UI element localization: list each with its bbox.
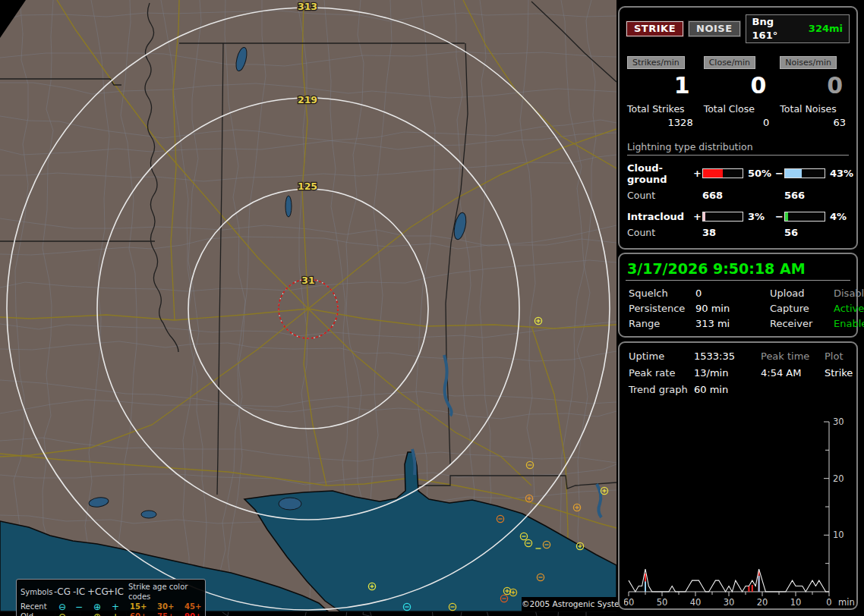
capture-label: Capture	[770, 303, 834, 314]
ic-count-label: Count	[627, 227, 692, 238]
capture-status: Active	[834, 303, 864, 314]
total-strikes-label: Total Strikes	[627, 103, 696, 115]
strikes-per-min-value: 1	[674, 74, 690, 98]
datetime-display: 3/17/2026 9:50:18 AM	[620, 254, 856, 280]
distribution-title: Lightning type distribution	[627, 141, 849, 156]
noises-per-min-chip: Noises/min	[780, 56, 837, 69]
trend-graph-label: Trend graph	[629, 384, 694, 395]
close-counter: Close/min 0 Total Close 0	[704, 56, 773, 128]
legend-row-old: Old	[20, 611, 54, 616]
cg-neg-percent: 43%	[826, 168, 853, 179]
svg-text:10: 10	[790, 597, 802, 608]
svg-text:50: 50	[657, 597, 668, 608]
legend-col-neg-cg: -CG	[54, 587, 71, 596]
trend-window-value: 60 min	[694, 384, 761, 395]
old-ic-pos-icon: +	[107, 612, 124, 616]
plus-sign: +	[692, 168, 702, 179]
age-15: 15+	[128, 602, 156, 611]
legend-col-neg-ic: -IC	[71, 587, 87, 596]
cg-neg-count: 566	[784, 190, 826, 201]
age-60: 60+	[128, 611, 156, 616]
strike-toggle-button[interactable]: STRIKE	[626, 21, 683, 36]
peak-rate-value: 13/min	[694, 367, 761, 379]
close-per-min-chip: Close/min	[704, 56, 755, 69]
recent-cg-pos-icon: ⊕	[87, 602, 107, 611]
noises-counter: Noises/min 0 Total Noises 63	[780, 56, 849, 128]
ic-pos-percent: 3%	[744, 211, 774, 222]
old-ic-neg-icon: −	[71, 612, 87, 616]
lightning-distribution: Lightning type distribution Cloud-ground…	[627, 141, 849, 238]
receiver-status: Enabled	[834, 318, 864, 329]
map-canvas[interactable]: 31321912531	[0, 0, 616, 616]
system-status-panel: 3/17/2026 9:50:18 AM Squelch 0 Upload Di…	[618, 253, 858, 338]
svg-text:min: min	[838, 597, 855, 608]
squelch-value: 0	[695, 288, 770, 299]
symbol-legend: Symbols -CG -IC +CG +IC Strike age color…	[16, 579, 206, 616]
old-cg-pos-icon: ⊕	[87, 612, 107, 616]
age-90: 90+	[183, 611, 210, 616]
svg-text:20: 20	[833, 473, 844, 484]
trend-line	[629, 569, 829, 592]
bearing-value: Bng 161°	[752, 15, 803, 42]
lightning-map[interactable]: 31321912531 Symbols -CG -IC +CG +IC Stri…	[0, 0, 616, 616]
age-75: 75+	[156, 611, 183, 616]
minus-sign: −	[774, 168, 784, 179]
close-per-min-value: 0	[750, 74, 766, 98]
persistence-label: Persistence	[629, 303, 695, 314]
ring-label-31: 31	[301, 275, 314, 286]
total-strikes-value: 1328	[668, 117, 693, 128]
ring-label-313: 313	[298, 1, 317, 12]
trend-overlay-marks	[645, 571, 759, 592]
uptime-value: 1533:35	[694, 350, 761, 362]
trend-panel: Uptime 1533:35 Peak time Plot Peak rate …	[618, 341, 858, 610]
trend-graph: 6050403020100min102030	[624, 416, 855, 608]
noises-per-min-value: 0	[827, 74, 843, 98]
cg-count-label: Count	[627, 190, 692, 201]
recent-ic-pos-icon: +	[107, 602, 124, 611]
cloud-ground-label: Cloud-ground	[627, 162, 692, 185]
plot-label: Plot	[825, 350, 853, 362]
recent-cg-neg-icon: ⊖	[54, 602, 71, 611]
svg-text:0: 0	[826, 597, 831, 608]
legend-symbols-header: Symbols	[20, 587, 54, 597]
total-noises-label: Total Noises	[780, 103, 849, 115]
ic-neg-bar	[784, 212, 825, 222]
strikes-counter: Strikes/min 1 Total Strikes 1328	[627, 56, 696, 128]
minus-sign: −	[774, 211, 784, 222]
trend-tick-labels: 6050403020100min102030	[624, 416, 855, 608]
legend-col-pos-cg: +CG	[87, 587, 107, 596]
plus-sign: +	[692, 211, 702, 222]
ic-neg-count: 56	[784, 227, 826, 238]
receiver-label: Receiver	[770, 318, 834, 329]
trend-ticks	[629, 422, 829, 596]
peak-rate-label: Peak rate	[629, 367, 694, 379]
svg-text:30: 30	[833, 416, 844, 427]
noise-toggle-button[interactable]: NOISE	[689, 21, 740, 36]
copyright-text: ©2005 Astrogenic Systems	[522, 597, 616, 611]
age-45: 45+	[183, 602, 210, 611]
intracloud-label: Intracloud	[627, 211, 692, 222]
svg-text:40: 40	[690, 597, 702, 608]
legend-col-pos-ic: +IC	[107, 587, 124, 596]
peak-time-label: Peak time	[761, 350, 825, 362]
peak-time-value: 4:54 AM	[761, 367, 825, 379]
cg-neg-bar	[784, 168, 825, 178]
legend-age-title: Strike age color codes	[128, 582, 210, 602]
strike-stats-panel: STRIKE NOISE Bng 161° 324mi Strikes/min …	[618, 6, 858, 250]
app-window: 31321912531 Symbols -CG -IC +CG +IC Stri…	[0, 0, 864, 616]
persistence-value: 90 min	[695, 303, 770, 314]
squelch-label: Squelch	[629, 288, 695, 299]
total-close-label: Total Close	[704, 103, 773, 115]
recent-ic-neg-icon: −	[71, 602, 87, 611]
bearing-range-value: 324mi	[809, 22, 843, 36]
ic-pos-bar	[702, 212, 743, 222]
legend-row-recent: Recent	[20, 602, 54, 611]
plot-mode-value: Strike	[825, 367, 853, 379]
ic-pos-count: 38	[702, 227, 744, 238]
svg-text:60: 60	[624, 597, 634, 608]
ring-label-219: 219	[298, 94, 317, 105]
old-cg-neg-icon: ⊖	[54, 612, 71, 616]
total-close-value: 0	[763, 117, 769, 128]
strikes-per-min-chip: Strikes/min	[627, 56, 685, 69]
ic-neg-percent: 4%	[826, 211, 849, 222]
